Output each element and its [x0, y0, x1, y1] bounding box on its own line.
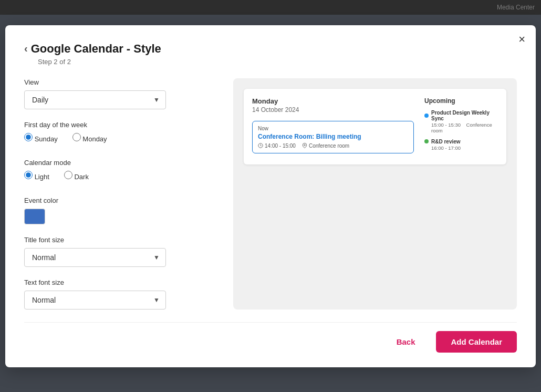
calendar-event-card: Now Conference Room: Billing meeting 14:…	[252, 121, 414, 153]
left-panel: View Daily Weekly Monthly ▼ First day of…	[24, 78, 219, 310]
radio-monday-label: Monday	[82, 135, 107, 143]
radio-monday-option[interactable]: Monday	[72, 133, 107, 143]
right-panel-preview: Monday 14 October 2024 Now Conference Ro…	[233, 78, 517, 310]
event-now-label: Now	[258, 126, 408, 131]
calendar-preview: Monday 14 October 2024 Now Conference Ro…	[244, 89, 506, 164]
radio-sunday-input[interactable]	[24, 133, 33, 141]
event-location: Conference room	[302, 143, 349, 149]
calendar-main: Monday 14 October 2024 Now Conference Ro…	[252, 97, 414, 156]
preview-day-name: Monday	[252, 97, 414, 105]
calendar-mode-label: Calendar mode	[24, 159, 219, 167]
view-select[interactable]: Daily Weekly Monthly	[24, 90, 166, 109]
event-title: Conference Room: Billing meeting	[258, 133, 408, 140]
clock-icon	[258, 143, 263, 148]
upcoming-title: Upcoming	[424, 97, 498, 105]
radio-dark-input[interactable]	[64, 171, 72, 179]
upcoming-item-2: R&D review 16:00 - 17:00	[424, 139, 498, 151]
preview-full-date: 14 October 2024	[252, 106, 414, 114]
add-calendar-button[interactable]: Add Calendar	[436, 331, 517, 353]
first-day-radio-group: Sunday Monday	[24, 133, 219, 147]
calendar-mode-radio-group: Light Dark	[24, 171, 219, 185]
radio-dark-option[interactable]: Dark	[64, 171, 89, 181]
radio-sunday-label: Sunday	[35, 135, 58, 143]
text-font-label: Text font size	[24, 278, 219, 286]
svg-point-1	[304, 145, 306, 146]
radio-light-option[interactable]: Light	[24, 171, 49, 181]
calendar-sidebar: Upcoming Product Design Weekly Sync 15:0…	[424, 97, 498, 156]
title-font-label: Title font size	[24, 236, 219, 244]
text-font-select[interactable]: Normal Small Large	[24, 291, 166, 310]
upcoming-item-1-title: Product Design Weekly Sync	[431, 110, 498, 121]
upcoming-dot-1	[424, 114, 429, 118]
back-chevron-icon[interactable]: ‹	[24, 43, 28, 55]
back-button[interactable]: Back	[386, 332, 426, 352]
modal-title-text: Google Calendar - Style	[31, 42, 161, 56]
radio-monday-input[interactable]	[72, 133, 81, 141]
upcoming-item-1-time: 15:00 - 15:30 Conference room	[424, 122, 498, 133]
upcoming-item-2-time: 16:00 - 17:00	[424, 145, 498, 151]
modal-container: × ‹ Google Calendar - Style Step 2 of 2 …	[5, 25, 536, 367]
title-font-field: Title font size Normal Small Large ▼	[24, 236, 219, 267]
radio-sunday-option[interactable]: Sunday	[24, 133, 58, 143]
radio-light-label: Light	[35, 173, 49, 181]
upcoming-item-2-header: R&D review	[424, 139, 498, 145]
calendar-mode-field: Calendar mode Light Dark	[24, 159, 219, 185]
modal-body: View Daily Weekly Monthly ▼ First day of…	[24, 78, 517, 310]
event-color-field: Event color	[24, 197, 219, 224]
title-font-select-wrapper: Normal Small Large ▼	[24, 248, 166, 267]
upcoming-item-1: Product Design Weekly Sync 15:00 - 15:30…	[424, 110, 498, 133]
text-font-select-wrapper: Normal Small Large ▼	[24, 291, 166, 310]
title-font-select[interactable]: Normal Small Large	[24, 248, 166, 267]
radio-light-input[interactable]	[24, 171, 33, 179]
modal-overlay: × ‹ Google Calendar - Style Step 2 of 2 …	[0, 0, 541, 392]
radio-dark-label: Dark	[74, 173, 88, 181]
upcoming-dot-2	[424, 139, 429, 143]
view-select-wrapper: Daily Weekly Monthly ▼	[24, 90, 166, 109]
view-label: View	[24, 78, 219, 86]
modal-footer: Back Add Calendar	[24, 322, 517, 353]
first-day-label: First day of the week	[24, 121, 219, 129]
upcoming-item-2-title: R&D review	[431, 139, 461, 145]
location-icon	[302, 143, 307, 148]
view-field: View Daily Weekly Monthly ▼	[24, 78, 219, 109]
calendar-date-header: Monday 14 October 2024	[252, 97, 414, 114]
modal-subtitle: Step 2 of 2	[38, 58, 517, 66]
upcoming-item-1-header: Product Design Weekly Sync	[424, 110, 498, 121]
event-color-swatch[interactable]	[24, 209, 45, 224]
event-color-label: Event color	[24, 197, 219, 204]
close-button[interactable]: ×	[518, 34, 525, 45]
first-day-field: First day of the week Sunday Monday	[24, 121, 219, 147]
text-font-field: Text font size Normal Small Large ▼	[24, 278, 219, 310]
event-time: 14:00 - 15:00	[258, 143, 296, 149]
event-meta: 14:00 - 15:00 Conference room	[258, 143, 408, 149]
modal-title-row: ‹ Google Calendar - Style	[24, 42, 517, 56]
